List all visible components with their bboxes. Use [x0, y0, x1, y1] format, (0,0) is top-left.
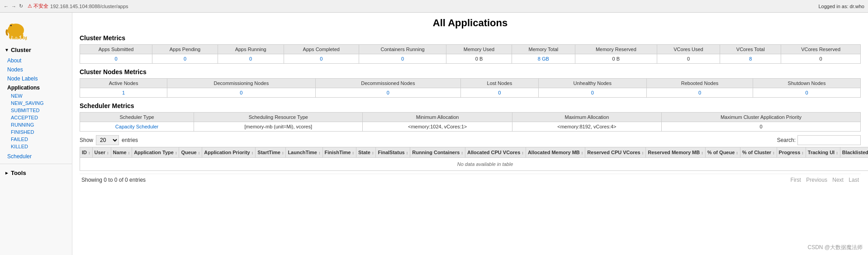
- val-min-allocation: <memory:1024, vCores:1>: [363, 122, 512, 132]
- th-launch-time[interactable]: LaunchTime ↕: [286, 147, 323, 158]
- col-vcores-total: VCores Total: [720, 45, 781, 54]
- first-page-link[interactable]: First: [791, 177, 801, 183]
- th-finish-time[interactable]: FinishTime ↕: [323, 147, 356, 158]
- sort-arrows-tracking-ui: ↕: [836, 151, 838, 155]
- sidebar-sublink-new[interactable]: NEW: [0, 92, 72, 99]
- show-label: Show: [80, 137, 93, 143]
- col-rebooted-nodes: Rebooted Nodes: [646, 79, 753, 88]
- sidebar-item-node-labels[interactable]: Node Labels: [0, 74, 72, 83]
- sidebar-sublink-submitted[interactable]: SUBMITTED: [0, 107, 72, 114]
- sort-arrows-reserved-cpu: ↕: [642, 151, 644, 155]
- col-decommissioning-nodes: Decommissioning Nodes: [167, 79, 315, 88]
- th-app-type[interactable]: Application Type ↕: [132, 147, 179, 158]
- sort-arrows-final-status: ↕: [406, 151, 408, 155]
- entries-select[interactable]: 10 20 25 50 100: [96, 135, 119, 145]
- th-app-priority[interactable]: Application Priority ↕: [202, 147, 256, 158]
- col-lost-nodes: Lost Nodes: [461, 79, 539, 88]
- sort-arrows-id: ↕: [88, 151, 90, 155]
- th-progress[interactable]: Progress ↕: [777, 147, 806, 158]
- th-id[interactable]: ID ↕: [80, 147, 93, 158]
- th-reserved-cpu[interactable]: Reserved CPU VCores ↕: [585, 147, 646, 158]
- val-decommissioned-nodes[interactable]: 0: [315, 88, 461, 98]
- nav-refresh-icon[interactable]: ↻: [19, 3, 23, 9]
- th-queue[interactable]: Queue ↕: [179, 147, 202, 158]
- th-pct-queue[interactable]: % of Queue ↕: [705, 147, 740, 158]
- sort-arrows-finish-time: ↕: [352, 151, 354, 155]
- sidebar-item-applications[interactable]: Applications: [0, 83, 72, 92]
- val-vcores-used: 0: [657, 54, 720, 64]
- cluster-section-header[interactable]: ▼ Cluster: [0, 44, 72, 56]
- th-running-containers[interactable]: Running Containers ↕: [410, 147, 465, 158]
- search-input[interactable]: [797, 135, 861, 145]
- val-apps-completed[interactable]: 0: [284, 54, 359, 64]
- svg-point-6: [10, 25, 12, 26]
- col-memory-total: Memory Total: [512, 45, 575, 54]
- val-apps-submitted[interactable]: 0: [80, 54, 152, 64]
- tools-arrow-icon: ►: [5, 170, 9, 175]
- tools-section-header[interactable]: ► Tools: [0, 167, 72, 179]
- sidebar-sublink-accepted[interactable]: ACCEPTED: [0, 114, 72, 121]
- applications-table: ID ↕ User ↕ Name ↕ Application Type ↕ Qu…: [80, 147, 868, 171]
- col-scheduler-type: Scheduler Type: [80, 113, 194, 122]
- sort-arrows-start-time: ↕: [282, 151, 284, 155]
- th-blacklisted-nodes[interactable]: Blacklisted Nodes ↕: [840, 147, 868, 158]
- val-max-allocation: <memory:8192, vCores:4>: [512, 122, 661, 132]
- sidebar-sublink-failed[interactable]: FAILED: [0, 136, 72, 143]
- col-containers-running: Containers Running: [359, 45, 446, 54]
- val-vcores-total[interactable]: 8: [720, 54, 781, 64]
- sort-arrows-launch-time: ↕: [318, 151, 321, 155]
- val-rebooted-nodes[interactable]: 0: [646, 88, 753, 98]
- th-pct-cluster[interactable]: % of Cluster ↕: [740, 147, 777, 158]
- th-start-time[interactable]: StartTime ↕: [256, 147, 286, 158]
- th-name[interactable]: Name ↕: [111, 147, 132, 158]
- scheduler-metrics-table: Scheduler Type Scheduling Resource Type …: [80, 112, 861, 132]
- th-state[interactable]: State ↕: [356, 147, 375, 158]
- val-apps-pending[interactable]: 0: [152, 54, 218, 64]
- previous-page-link[interactable]: Previous: [806, 177, 827, 183]
- sort-arrows-alloc-mem: ↕: [581, 151, 583, 155]
- cluster-metrics-title: Cluster Metrics: [80, 34, 861, 42]
- next-page-link[interactable]: Next: [832, 177, 844, 183]
- th-alloc-cpu[interactable]: Allocated CPU VCores ↕: [465, 147, 526, 158]
- val-shutdown-nodes[interactable]: 0: [753, 88, 861, 98]
- table-footer: Showing 0 to 0 of 0 entries First Previo…: [80, 174, 861, 186]
- val-memory-reserved: 0 B: [575, 54, 657, 64]
- browser-url[interactable]: 192.168.145.104:8088/cluster/apps: [50, 4, 128, 9]
- val-unhealthy-nodes[interactable]: 0: [538, 88, 646, 98]
- search-label: Search:: [777, 137, 796, 143]
- col-max-cluster-priority: Maximum Cluster Application Priority: [662, 113, 861, 122]
- sort-arrows-alloc-cpu: ↕: [522, 151, 524, 155]
- th-reserved-mem[interactable]: Reserved Memory MB ↕: [646, 147, 706, 158]
- col-apps-pending: Apps Pending: [152, 45, 218, 54]
- last-page-link[interactable]: Last: [849, 177, 859, 183]
- val-memory-total[interactable]: 8 GB: [512, 54, 575, 64]
- cluster-arrow-icon: ▼: [5, 47, 9, 52]
- val-apps-running[interactable]: 0: [218, 54, 284, 64]
- val-containers-running[interactable]: 0: [359, 54, 446, 64]
- th-final-status[interactable]: FinalStatus ↕: [376, 147, 410, 158]
- th-alloc-mem[interactable]: Allocated Memory MB ↕: [526, 147, 585, 158]
- sidebar-sublink-finished[interactable]: FINISHED: [0, 128, 72, 136]
- col-shutdown-nodes: Shutdown Nodes: [753, 79, 861, 88]
- sidebar-sublink-new-saving[interactable]: NEW_SAVING: [0, 99, 72, 107]
- cluster-nodes-title: Cluster Nodes Metrics: [80, 68, 861, 76]
- page-title: All Applications: [80, 17, 861, 29]
- val-lost-nodes[interactable]: 0: [461, 88, 539, 98]
- sidebar-item-about[interactable]: About: [0, 56, 72, 65]
- val-scheduler-type[interactable]: Capacity Scheduler: [80, 122, 194, 132]
- sidebar-item-scheduler[interactable]: Scheduler: [0, 152, 72, 161]
- nav-back-icon[interactable]: ←: [4, 4, 9, 9]
- sidebar-item-nodes[interactable]: Nodes: [0, 65, 72, 74]
- sort-arrows-running-containers: ↕: [461, 151, 463, 155]
- sidebar-sublink-running[interactable]: RUNNING: [0, 121, 72, 128]
- nav-forward-icon[interactable]: →: [11, 4, 16, 9]
- val-active-nodes[interactable]: 1: [80, 88, 167, 98]
- tools-label: Tools: [11, 170, 26, 176]
- val-decommissioning-nodes[interactable]: 0: [167, 88, 315, 98]
- col-memory-used: Memory Used: [446, 45, 512, 54]
- th-user[interactable]: User ↕: [92, 147, 111, 158]
- th-tracking-ui[interactable]: Tracking UI ↕: [806, 147, 840, 158]
- entries-label: entries: [122, 137, 138, 143]
- val-max-cluster-priority: 0: [662, 122, 861, 132]
- sidebar-sublink-killed[interactable]: KILLED: [0, 143, 72, 150]
